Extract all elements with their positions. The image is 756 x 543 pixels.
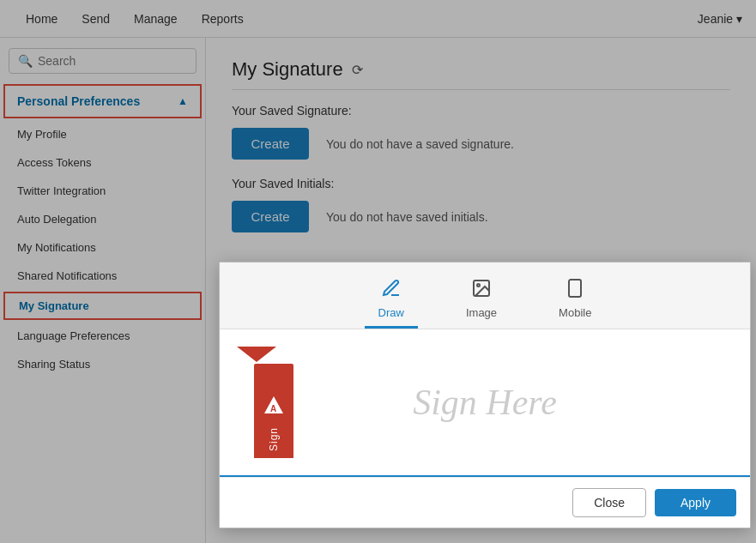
adobe-logo-icon: A bbox=[263, 395, 285, 422]
svg-point-1 bbox=[477, 284, 480, 287]
dialog-tabs: Draw Image Mobile bbox=[220, 262, 750, 329]
sign-tag: A Sign bbox=[254, 364, 293, 458]
sign-tag-wrapper: A Sign bbox=[237, 347, 276, 362]
drawing-area[interactable]: A Sign Sign Here bbox=[220, 329, 750, 477]
dialog-body: A Sign Sign Here bbox=[220, 329, 750, 475]
signature-dialog: Draw Image Mobile bbox=[219, 262, 751, 528]
tab-mobile[interactable]: Mobile bbox=[545, 271, 605, 329]
apply-button[interactable]: Apply bbox=[655, 489, 736, 516]
sign-tag-text: Sign bbox=[268, 427, 280, 451]
tab-draw-label: Draw bbox=[378, 306, 404, 319]
sign-tag-arrow bbox=[237, 347, 276, 362]
dialog-footer: Close Apply bbox=[220, 477, 750, 528]
draw-icon bbox=[381, 278, 402, 303]
tab-image-label: Image bbox=[466, 306, 497, 319]
mobile-icon bbox=[565, 278, 585, 303]
tab-image[interactable]: Image bbox=[452, 271, 511, 329]
tab-draw[interactable]: Draw bbox=[365, 271, 418, 329]
image-icon bbox=[471, 278, 492, 303]
sign-here-placeholder: Sign Here bbox=[413, 382, 557, 423]
close-button[interactable]: Close bbox=[572, 488, 646, 517]
tab-mobile-label: Mobile bbox=[559, 306, 591, 319]
svg-text:A: A bbox=[270, 404, 276, 413]
